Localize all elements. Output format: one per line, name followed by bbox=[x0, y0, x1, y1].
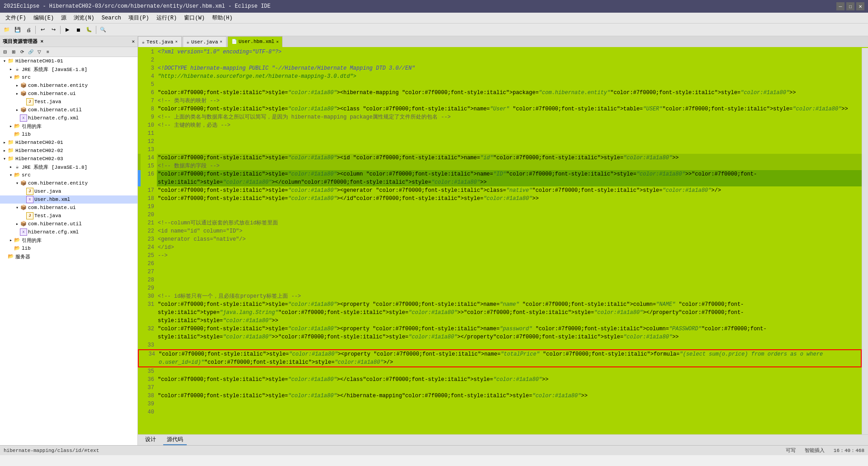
tree-item-20[interactable]: JTest.java bbox=[0, 212, 137, 220]
sidebar-collapse-btn[interactable]: ⊟ bbox=[1, 48, 9, 56]
tree-item-14[interactable]: ▸☕JRE 系统库 [JavaSE-1.8] bbox=[0, 163, 137, 171]
bottom-tabs: 设计源代码 bbox=[138, 434, 868, 445]
line-number-39: 39 bbox=[141, 400, 157, 408]
toolbar-btn-5[interactable]: ↪ bbox=[48, 25, 58, 35]
tab-close-icon[interactable]: × bbox=[175, 40, 177, 44]
code-line-25: 25 --> bbox=[138, 252, 862, 260]
bottom-tab-1[interactable]: 源代码 bbox=[163, 435, 187, 445]
tree-label-10: lib bbox=[22, 132, 31, 137]
tab-close-icon[interactable]: × bbox=[220, 40, 222, 44]
tree-item-19[interactable]: ▾📦com.hibernate.ui bbox=[0, 204, 137, 212]
tree-item-4[interactable]: ▸📦com.hibernate.entity bbox=[0, 81, 137, 90]
sidebar-menu-btn[interactable]: ≡ bbox=[44, 48, 52, 56]
tree-item-17[interactable]: JUser.java bbox=[0, 187, 137, 195]
titlebar-controls: ─ □ ✕ bbox=[836, 2, 864, 10]
toolbar-btn-8[interactable]: 🐛 bbox=[84, 25, 94, 35]
code-line-23: 23 <generator class="native"/> bbox=[138, 235, 862, 243]
line-number-22: 22 bbox=[141, 227, 157, 235]
line-number-34: 34 bbox=[142, 350, 158, 366]
line-number-9: 9 bbox=[141, 113, 157, 121]
tree-arrow-3: ▾ bbox=[8, 75, 14, 80]
tree-item-13[interactable]: ▾📁HibernateCH02-03 bbox=[0, 155, 137, 163]
bottom-tab-0[interactable]: 设计 bbox=[142, 435, 160, 445]
code-line-37: 37 bbox=[138, 384, 862, 392]
toolbar-btn-6[interactable]: ▶ bbox=[62, 25, 72, 35]
close-button[interactable]: ✕ bbox=[856, 2, 864, 10]
sidebar-header: 项目资源管理器 × ✕ bbox=[0, 36, 137, 47]
line-number-20: 20 bbox=[141, 211, 157, 219]
tree-item-15[interactable]: ▾📂src bbox=[0, 171, 137, 179]
tree-item-16[interactable]: ▾📦com.hibernate.entity bbox=[0, 179, 137, 187]
line-number-33: 33 bbox=[141, 341, 157, 349]
tree-item-21[interactable]: ▸📦com.hibernate.util bbox=[0, 220, 137, 228]
statusbar-position: 16：40：468 bbox=[834, 447, 864, 454]
tab-userhbmxml[interactable]: 📄User.hbm.xml✕ bbox=[227, 36, 283, 47]
menu-item-search[interactable]: Search bbox=[98, 14, 125, 22]
tab-testjava[interactable]: ☕Test.java× bbox=[138, 36, 182, 47]
tree-item-9[interactable]: ▸📂引用的库 bbox=[0, 122, 137, 130]
tree-item-6[interactable]: JTest.java bbox=[0, 98, 137, 106]
code-line-40: 40 bbox=[138, 408, 862, 416]
tree-label-15: src bbox=[22, 172, 31, 178]
code-line-11: 11 bbox=[138, 129, 862, 138]
code-text-15: <!-- 数据库的字段 --> bbox=[157, 162, 862, 170]
tree-label-2: JRE 系统库 [JavaSE-1.8] bbox=[22, 66, 87, 73]
tree-icon-22: X bbox=[20, 228, 27, 236]
tree-item-8[interactable]: Xhibernate.cfg.xml bbox=[0, 114, 137, 122]
menu-item-f[interactable]: 文件(F) bbox=[2, 13, 30, 23]
tree-item-3[interactable]: ▾📂src bbox=[0, 73, 137, 81]
code-text-31: "color:#7f0000;font-style:italic">style=… bbox=[157, 300, 862, 325]
tree-item-18[interactable]: XUser.hbm.xml bbox=[0, 195, 137, 204]
code-line-33: 33 bbox=[138, 341, 862, 349]
tab-userjava[interactable]: ☕User.java× bbox=[183, 36, 226, 47]
tree-item-2[interactable]: ▸☕JRE 系统库 [JavaSE-1.8] bbox=[0, 65, 137, 73]
tree-item-22[interactable]: Xhibernate.cfg.xml bbox=[0, 228, 137, 236]
tree-arrow-21: ▸ bbox=[14, 221, 20, 227]
statusbar-right: 可写 智能插入 16：40：468 bbox=[786, 447, 864, 454]
toolbar-btn-4[interactable]: ↩ bbox=[38, 25, 47, 35]
toolbar-btn-7[interactable]: ⏹ bbox=[73, 25, 83, 35]
maximize-button[interactable]: □ bbox=[846, 2, 854, 10]
tree-item-1[interactable]: ▾📁HibernateCH01-01 bbox=[0, 57, 137, 65]
tree-arrow-19: ▾ bbox=[14, 205, 20, 210]
menu-item-r[interactable]: 运行(R) bbox=[153, 13, 181, 23]
tab-close-icon[interactable]: ✕ bbox=[276, 39, 278, 44]
code-line-38: 38"color:#7f0000;font-style:italic">styl… bbox=[138, 392, 862, 400]
line-number-2: 2 bbox=[141, 56, 157, 64]
sidebar-link-btn[interactable]: 🔗 bbox=[27, 48, 35, 56]
line-number-21: 21 bbox=[141, 219, 157, 227]
menu-item-n[interactable]: 浏览(N) bbox=[70, 13, 98, 23]
tab-icon: ☕ bbox=[187, 39, 189, 45]
tree-item-24[interactable]: 📂lib bbox=[0, 244, 137, 252]
sidebar-filter-btn[interactable]: ▽ bbox=[35, 48, 43, 56]
line-number-13: 13 bbox=[141, 146, 157, 154]
tree-item-7[interactable]: ▸📦com.hibernate.util bbox=[0, 106, 137, 114]
toolbar-btn-3[interactable]: 🖨 bbox=[24, 25, 33, 35]
toolbar-btn-2[interactable]: 💾 bbox=[13, 25, 23, 35]
sidebar-refresh-btn[interactable]: ⟳ bbox=[18, 48, 26, 56]
tree-item-5[interactable]: ▸📦com.hibernate.ui bbox=[0, 90, 137, 98]
menu-item-[interactable]: 源 bbox=[57, 13, 70, 23]
toolbar-btn-9[interactable]: 🔍 bbox=[98, 25, 108, 35]
tree-item-11[interactable]: ▸📁HibernateCH02-01 bbox=[0, 138, 137, 147]
tree-item-23[interactable]: ▸📂引用的库 bbox=[0, 236, 137, 244]
minimize-button[interactable]: ─ bbox=[836, 2, 844, 10]
menu-item-w[interactable]: 窗口(W) bbox=[180, 13, 208, 23]
tree-icon-10: 📂 bbox=[14, 131, 21, 138]
code-line-13: 13 bbox=[138, 146, 862, 154]
tree-label-14: JRE 系统库 [JavaSE-1.8] bbox=[22, 164, 87, 171]
menu-item-h[interactable]: 帮助(H) bbox=[208, 13, 236, 23]
code-text-32: "color:#7f0000;font-style:italic">style=… bbox=[157, 325, 862, 341]
menu-item-p[interactable]: 项目(P) bbox=[125, 13, 153, 23]
toolbar-btn-1[interactable]: 📁 bbox=[2, 25, 12, 35]
line-number-24: 24 bbox=[141, 243, 157, 252]
menu-item-e[interactable]: 编辑(E) bbox=[30, 13, 58, 23]
tree-item-12[interactable]: ▸📁HibernateCH02-02 bbox=[0, 147, 137, 155]
tree-icon-16: 📦 bbox=[20, 180, 27, 187]
code-area[interactable]: 1<?xml version="1.0" encoding="UTF-8"?>2… bbox=[138, 48, 862, 434]
line-number-8: 8 bbox=[141, 105, 157, 113]
sidebar-expand-btn[interactable]: ⊞ bbox=[9, 48, 18, 56]
tree-item-10[interactable]: 📂lib bbox=[0, 130, 137, 138]
sidebar-close-icon[interactable]: ✕ bbox=[132, 38, 135, 44]
tree-item-25[interactable]: 📂服务器 bbox=[0, 252, 137, 261]
